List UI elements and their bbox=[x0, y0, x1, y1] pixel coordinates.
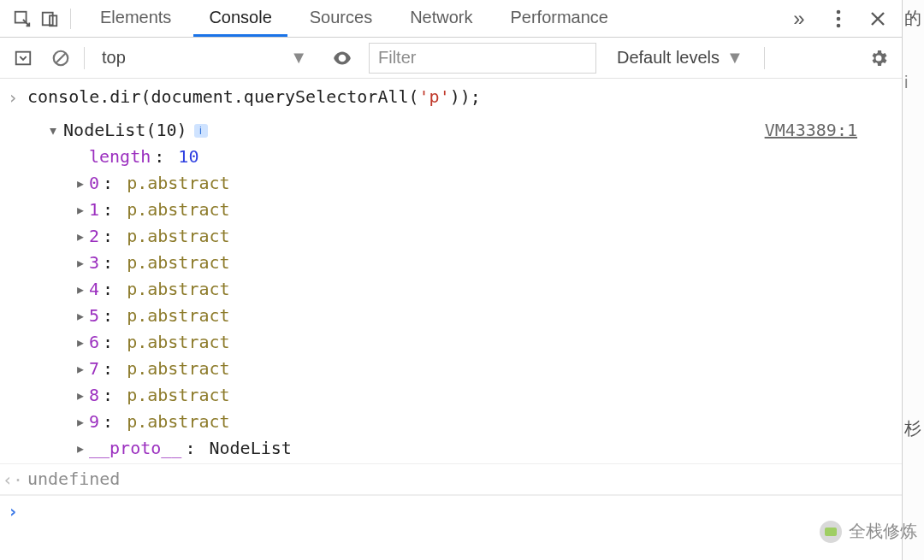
console-prompt-row[interactable]: › bbox=[0, 495, 902, 517]
svg-point-4 bbox=[837, 16, 841, 21]
svg-rect-6 bbox=[16, 51, 31, 64]
caret-down-icon bbox=[48, 117, 58, 144]
inspect-element-icon[interactable] bbox=[9, 5, 36, 32]
levels-label: Default levels bbox=[617, 48, 720, 68]
caret-right-icon bbox=[75, 170, 86, 197]
caret-right-icon bbox=[75, 356, 86, 382]
property-row[interactable]: __proto__: NodeList bbox=[75, 435, 897, 462]
log-levels-select[interactable]: Default levels ▼ bbox=[617, 48, 743, 68]
live-expression-icon[interactable] bbox=[328, 44, 357, 73]
tabs-list: Elements Console Sources Network Perform… bbox=[85, 0, 624, 37]
prop-val: p.abstract bbox=[127, 250, 229, 276]
object-summary[interactable]: NodeList(10) i bbox=[48, 117, 765, 144]
caret-right-icon bbox=[75, 197, 86, 223]
prop-val: 10 bbox=[178, 144, 198, 170]
prop-val: p.abstract bbox=[127, 223, 229, 250]
spacer bbox=[75, 144, 86, 170]
return-value: undefined bbox=[26, 464, 902, 494]
tab-console[interactable]: Console bbox=[193, 0, 287, 37]
cmd-part: console.dir(document.querySelectorAll( bbox=[27, 86, 419, 107]
prop-val: p.abstract bbox=[127, 170, 229, 197]
input-chevron-icon: › bbox=[0, 82, 26, 112]
prop-key: 5 bbox=[89, 303, 99, 329]
caret-right-icon bbox=[75, 250, 86, 276]
property-row[interactable]: 0: p.abstract bbox=[75, 170, 897, 197]
close-icon[interactable] bbox=[864, 5, 891, 32]
property-row[interactable]: 6: p.abstract bbox=[75, 329, 897, 356]
console-input[interactable] bbox=[26, 496, 902, 517]
divider bbox=[84, 47, 85, 69]
property-row[interactable]: 1: p.abstract bbox=[75, 197, 897, 223]
page-char: i bbox=[904, 73, 922, 92]
caret-right-icon bbox=[75, 276, 86, 303]
divider bbox=[764, 47, 765, 69]
prop-key: 4 bbox=[89, 276, 99, 303]
console-command[interactable]: console.dir(document.querySelectorAll('p… bbox=[26, 82, 902, 112]
prop-key: 2 bbox=[89, 223, 99, 250]
devtools-tabbar: Elements Console Sources Network Perform… bbox=[0, 0, 902, 38]
prompt-chevron-icon: › bbox=[0, 496, 26, 517]
property-row[interactable]: length: 10 bbox=[75, 144, 897, 170]
property-row[interactable]: 7: p.abstract bbox=[75, 356, 897, 382]
cmd-arg: 'p' bbox=[419, 86, 450, 107]
svg-point-8 bbox=[341, 56, 344, 59]
kebab-menu-icon[interactable] bbox=[825, 5, 852, 32]
output-gutter bbox=[0, 115, 26, 463]
execution-context-select[interactable]: top ▼ bbox=[93, 44, 316, 73]
property-row[interactable]: 3: p.abstract bbox=[75, 250, 897, 276]
prop-key: 8 bbox=[89, 382, 99, 409]
clear-console-icon[interactable] bbox=[46, 44, 75, 73]
prop-val: p.abstract bbox=[127, 303, 229, 329]
tab-performance[interactable]: Performance bbox=[495, 0, 625, 37]
caret-right-icon bbox=[75, 223, 86, 250]
property-row[interactable]: 4: p.abstract bbox=[75, 276, 897, 303]
watermark-text: 全栈修炼 bbox=[849, 520, 917, 543]
tab-elements[interactable]: Elements bbox=[85, 0, 187, 37]
caret-right-icon bbox=[75, 329, 86, 356]
prop-val: p.abstract bbox=[127, 409, 229, 435]
tab-network[interactable]: Network bbox=[394, 0, 488, 37]
svg-point-5 bbox=[837, 23, 841, 27]
filter-input[interactable]: Filter bbox=[369, 43, 596, 74]
console-input-row: › console.dir(document.querySelectorAll(… bbox=[0, 79, 902, 112]
divider bbox=[70, 9, 71, 29]
tab-sources[interactable]: Sources bbox=[294, 0, 388, 37]
cmd-part: )); bbox=[450, 86, 481, 107]
caret-right-icon bbox=[75, 435, 86, 462]
prop-val: p.abstract bbox=[127, 197, 229, 223]
prop-val: NodeList bbox=[209, 435, 291, 462]
info-icon[interactable]: i bbox=[194, 124, 208, 138]
caret-right-icon bbox=[75, 409, 86, 435]
prop-key: 0 bbox=[89, 170, 99, 197]
property-row[interactable]: 9: p.abstract bbox=[75, 409, 897, 435]
console-return-row: ‹· undefined bbox=[0, 463, 902, 495]
caret-right-icon bbox=[75, 303, 86, 329]
object-properties: length: 10 0: p.abstract1: p.abstract2: … bbox=[48, 144, 897, 462]
property-row[interactable]: 8: p.abstract bbox=[75, 382, 897, 409]
prop-key: length bbox=[89, 144, 151, 170]
chevron-down-icon: ▼ bbox=[726, 48, 743, 68]
svg-rect-1 bbox=[43, 12, 53, 25]
watermark: 全栈修炼 bbox=[820, 520, 917, 543]
property-row[interactable]: 2: p.abstract bbox=[75, 223, 897, 250]
object-label: NodeList(10) bbox=[63, 117, 187, 144]
filter-placeholder: Filter bbox=[378, 48, 416, 68]
console-settings-icon[interactable] bbox=[864, 44, 893, 73]
prop-key: __proto__ bbox=[89, 435, 181, 462]
device-toolbar-icon[interactable] bbox=[36, 5, 63, 32]
prop-key: 1 bbox=[89, 197, 99, 223]
watermark-logo-icon bbox=[820, 521, 842, 543]
console-output: VM43389:1 NodeList(10) i length: 10 bbox=[26, 115, 902, 463]
page-char: 杉 bbox=[904, 417, 922, 440]
return-icon: ‹· bbox=[0, 464, 26, 494]
more-tabs-icon[interactable]: » bbox=[785, 5, 813, 32]
object-tree: NodeList(10) i length: 10 0: p.abstract1… bbox=[27, 117, 897, 462]
page-char: 的 bbox=[904, 7, 922, 30]
show-console-sidebar-icon[interactable] bbox=[9, 44, 38, 73]
prop-val: p.abstract bbox=[127, 356, 229, 382]
prop-val: p.abstract bbox=[127, 382, 229, 409]
page-sliver: 的 i 杉 bbox=[903, 0, 924, 560]
prop-val: p.abstract bbox=[127, 276, 229, 303]
svg-point-3 bbox=[837, 9, 841, 14]
property-row[interactable]: 5: p.abstract bbox=[75, 303, 897, 329]
